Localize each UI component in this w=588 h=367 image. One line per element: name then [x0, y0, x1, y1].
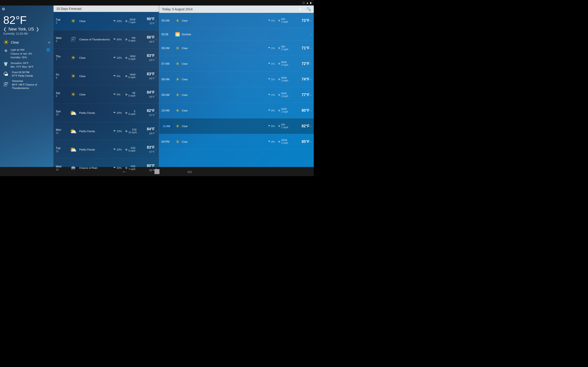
- hourly-row[interactable]: 07:AM ☀ Clear ☂ 1% ⊕ NNW3 mp/h 72°F ›: [159, 56, 314, 72]
- hourly-list: 05:AM ☀ Clear ☂ 1% ⊕ NW2 mp/h 72°F › 05:…: [159, 13, 314, 150]
- hourly-row-arrow: ›: [310, 62, 311, 66]
- forecast-wind: ⊕ ENE7 mp/h: [125, 165, 141, 171]
- forecast-day-row[interactable]: Tue 5 ☀ Clear ☂ 20% ⊕ WSW7 mp/h 90°F 70°…: [53, 12, 159, 30]
- forecast-weather-icon: ☀: [68, 91, 78, 98]
- hourly-row-arrow: ›: [310, 19, 311, 23]
- wind-text: ENE7 mp/h: [128, 165, 136, 171]
- forecast-day-row[interactable]: Sat 9 ☀ Clear ☂ 0% ⊕ NE6 mp/h 84°F 66°F …: [53, 85, 159, 104]
- hourly-temperature: 72°F: [296, 62, 309, 66]
- hourly-time: 00:PM: [162, 140, 173, 143]
- forecast-rain: ☂ 20%: [113, 111, 125, 115]
- forecast-row-arrow: ›: [156, 148, 157, 151]
- rain-percent: 0%: [117, 75, 120, 77]
- sensation-detail: Sensation: 84°F Min: 70°F Max: 90°F: [10, 61, 34, 69]
- wind-icon: ⊕: [125, 111, 128, 115]
- hourly-rain: ☂ 1%: [268, 93, 278, 96]
- hourly-description: Clear: [182, 78, 268, 81]
- forecast-description: Partly Cloudy: [78, 111, 113, 114]
- hourly-row[interactable]: 10:AM ☀ Clear ☂ 0% ⊕ NNW2 mp/h 80°F ›: [159, 103, 314, 118]
- forecast-weather-icon: 🌧: [68, 165, 78, 171]
- hourly-row[interactable]: 08:AM ☀ Clear ☂ 1% ⊕ NNW3 mp/h 74°F ›: [159, 72, 314, 87]
- forecast-day-row[interactable]: Wed 6 ⛈ Chance of Thunderstorms ☂ 60% ⊕ …: [53, 30, 159, 49]
- forecast-description: Clear: [78, 20, 113, 23]
- hourly-wind-text: NNW3 mp/h: [281, 77, 288, 82]
- hourly-umbrella-icon: ☂: [268, 78, 270, 81]
- hourly-time: 11:AM: [162, 124, 173, 128]
- forecast-day-row[interactable]: Tue 12 ⛅ Partly Cloudy ☂ 20% ⊕ ESE9 mp/h…: [53, 140, 159, 159]
- umbrella-icon: ☂: [113, 111, 116, 115]
- forecast-rain: ☂ 10%: [113, 130, 125, 133]
- forecast-description: Clear: [78, 93, 113, 96]
- hourly-umbrella-icon: ☂: [268, 140, 270, 143]
- rain-percent: 20%: [117, 148, 122, 151]
- forecast-weather-icon: ⛈: [68, 36, 78, 43]
- rain-percent: 60%: [117, 167, 122, 169]
- hourly-row[interactable]: 09:AM ☀ Clear ☂ 1% ⊕ NNW3 mp/h 77°F ›: [159, 87, 314, 103]
- main-area: ⚙ ★ 🔍 82°F ❮ New York, US ❯ Currently: 1…: [0, 6, 314, 167]
- hourly-time: 06:AM: [162, 47, 173, 50]
- rain-percent: 60%: [117, 38, 122, 41]
- forecast-day-row[interactable]: Fri 8 ☀ Clear ☂ 0% ⊕ NNW8 mp/h 83°F 66°F…: [53, 67, 159, 85]
- hourly-compass-icon: ⊕: [278, 19, 280, 22]
- forecast-rain: ☂ 20%: [113, 148, 125, 151]
- hourly-rain-percent: 1%: [271, 47, 275, 50]
- sunrise-expand-icon[interactable]: ›: [310, 33, 311, 36]
- forecast-rain: ☂ 60%: [113, 38, 125, 41]
- recent-apps-button[interactable]: ▭: [187, 169, 192, 174]
- forecast-day-label: Thu 7: [56, 55, 68, 61]
- hourly-weather-icon: ☀: [173, 123, 182, 129]
- hourly-row[interactable]: 05:AM ☀ Clear ☂ 1% ⊕ NW2 mp/h 72°F ›: [159, 13, 314, 28]
- sunrise-label: Sunrise: [182, 33, 191, 36]
- shirt-icon: 👕: [3, 62, 8, 66]
- forecast-row-arrow: ›: [156, 38, 157, 41]
- bluetooth-icon: ⬡: [303, 1, 305, 4]
- hourly-row[interactable]: 00:PM ☀ Clear ☂ 0% ⊕ WNW3 mp/h 85°F ›: [159, 134, 314, 150]
- temp-low: 66°F: [149, 77, 155, 80]
- forecast-description: Clear: [78, 75, 113, 77]
- favorite-icon[interactable]: ★: [299, 7, 302, 11]
- tomorrow-text: Tomorrow 66°F / 86°F Chance of Thunderst…: [12, 79, 50, 90]
- globe-icon[interactable]: 🌐: [46, 48, 50, 52]
- wind-icon: ⊕: [125, 148, 128, 151]
- settings-icon[interactable]: ⚙: [2, 7, 5, 11]
- location-name: New York, US: [9, 27, 34, 32]
- forecast-day-label: Sun 10: [56, 110, 68, 116]
- prev-location-arrow[interactable]: ❮: [3, 27, 7, 32]
- rain-percent: 10%: [117, 56, 122, 59]
- hourly-title: Today, 5 August 2014: [162, 7, 193, 11]
- hourly-rain-percent: 1%: [271, 78, 275, 81]
- forecast-day-row[interactable]: Thu 7 ☀ Clear ☂ 10% ⊕ NNW9 mp/h 83°F 65°…: [53, 49, 159, 67]
- forecast-description: Chance of Rain: [78, 167, 113, 169]
- wind-icon: ⊕: [125, 93, 128, 96]
- hourly-row[interactable]: 11:AM ☀ Clear ☂ 0% ⊕ NW2 mp/h 82°F ›: [159, 118, 314, 134]
- umbrella-icon: ☂: [113, 130, 116, 133]
- forecast-day-row[interactable]: Mon 11 ⛅ Partly Cloudy ☂ 10% ⊕ ESE10 mp/…: [53, 122, 159, 140]
- forecast-wind: ⊕ NNW8 mp/h: [125, 73, 141, 79]
- temp-high: 83°F: [141, 145, 155, 150]
- hourly-compass-icon: ⊕: [278, 47, 280, 50]
- hourly-row[interactable]: 06:AM ☀ Clear ☂ 1% ⊕ NW2 mp/h 71°F ›: [159, 40, 314, 56]
- wind-icon: ⊕: [125, 56, 128, 59]
- hourly-rain-percent: 0%: [271, 109, 275, 112]
- wind-icon: ⊕: [125, 19, 128, 23]
- umbrella-icon: ☂: [113, 75, 116, 78]
- hourly-time: 09:AM: [162, 93, 173, 97]
- forecast-wind: ⊕ NNW9 mp/h: [125, 55, 141, 60]
- forecast-day-row[interactable]: Wed 13 🌧 Chance of Rain ☂ 60% ⊕ ENE7 mp/…: [53, 159, 159, 176]
- hourly-rain: ☂ 0%: [268, 140, 278, 143]
- forecast-description: Partly Cloudy: [78, 148, 113, 151]
- status-bar: ⬡ ▲ ▮: [0, 0, 314, 6]
- forecast-temps: 83°F 65°F: [141, 54, 155, 62]
- hourly-weather-icon: ☀: [173, 139, 182, 144]
- wind-text: NNW8 mp/h: [128, 73, 136, 79]
- temp-low: 66°F: [149, 40, 155, 43]
- search-icon[interactable]: 🔍: [306, 7, 311, 11]
- next-location-arrow[interactable]: ❯: [36, 27, 39, 32]
- forecast-day-row[interactable]: Sun 10 ⛅ Partly Cloudy ☂ 20% ⊕ E8 mp/h 8…: [53, 104, 159, 122]
- hourly-temperature: 82°F: [296, 124, 309, 128]
- list-icon[interactable]: ≡: [48, 41, 50, 44]
- hourly-rain: ☂ 1%: [268, 78, 278, 81]
- compass-icon: ⊕: [3, 48, 8, 53]
- hourly-wind-text: NNW3 mp/h: [281, 92, 288, 98]
- hourly-temperature: 71°F: [296, 46, 309, 50]
